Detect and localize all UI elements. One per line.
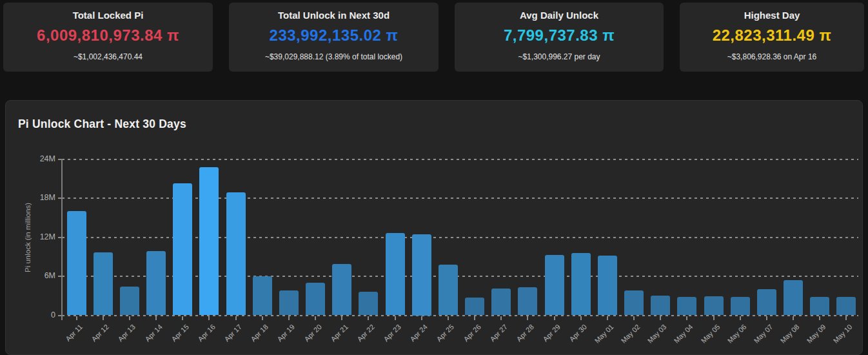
bar-apr-21[interactable]: [332, 264, 351, 315]
x-axis-label: May 05: [699, 323, 721, 345]
bar-apr-25[interactable]: [439, 265, 458, 315]
stat-card-subtitle: ~$1,300,996.27 per day: [455, 52, 664, 61]
y-axis-tick-label: 24M: [26, 154, 55, 163]
x-tick-mark: [633, 316, 635, 320]
x-axis-label: Apr 18: [250, 323, 270, 343]
stat-card-title: Total Unlock in Next 30d: [229, 10, 439, 21]
x-tick-mark: [421, 316, 422, 320]
bar-apr-20[interactable]: [306, 283, 325, 315]
x-tick-mark: [208, 316, 210, 320]
bar-may-05[interactable]: [704, 296, 724, 315]
bar-may-09[interactable]: [810, 297, 829, 315]
stat-card-subtitle: ~$1,002,436,470.44: [3, 52, 213, 61]
x-axis-label: Apr 19: [276, 323, 296, 343]
stat-card-highest-day: Highest Day 22,823,311.49 π ~$3,806,928.…: [680, 3, 864, 72]
y-axis-tick-label: 0: [26, 310, 55, 320]
x-tick-mark: [607, 316, 608, 320]
bar-apr-30[interactable]: [571, 253, 591, 316]
x-tick-mark: [103, 316, 104, 320]
y-axis-line: [61, 159, 63, 320]
gridline-24M: [62, 159, 858, 160]
x-tick-mark: [155, 316, 157, 320]
x-axis-label: Apr 23: [382, 323, 402, 343]
x-tick-mark: [686, 316, 687, 320]
x-tick-mark: [554, 316, 555, 320]
x-axis-label: Apr 21: [329, 323, 349, 343]
bar-apr-19[interactable]: [279, 290, 299, 315]
x-tick-mark: [315, 316, 316, 320]
stat-card-total-unlock-30d: Total Unlock in Next 30d 233,992,135.02 …: [229, 3, 439, 72]
bar-may-04[interactable]: [677, 297, 696, 315]
x-axis-label: Apr 14: [143, 323, 163, 343]
x-tick-mark: [235, 316, 237, 320]
x-tick-mark: [76, 316, 77, 320]
stat-card-subtitle: ~$3,806,928.36 on Apr 16: [680, 52, 864, 61]
y-axis-tick-label: 18M: [26, 193, 55, 202]
x-axis-label: May 07: [752, 323, 774, 345]
x-tick-mark: [500, 316, 502, 320]
chart-panel: Pi Unlock Chart - Next 30 Days 24M18M12M…: [5, 100, 863, 355]
bar-apr-28[interactable]: [518, 287, 537, 315]
x-tick-mark: [448, 316, 449, 320]
stat-card-avg-daily-unlock: Avg Daily Unlock 7,799,737.83 π ~$1,300,…: [455, 3, 664, 72]
stat-card-value: 22,823,311.49 π: [680, 26, 864, 45]
x-tick-mark: [129, 316, 130, 320]
x-tick-mark: [262, 316, 263, 320]
bar-chart: 24M18M12M6M0Pi unlock (in millions)Apr 1…: [6, 101, 862, 354]
x-axis-label: May 08: [779, 323, 801, 345]
x-axis-label: Apr 11: [64, 323, 84, 343]
x-axis-label: Apr 29: [542, 323, 562, 343]
x-tick-mark: [793, 316, 794, 320]
stat-card-title: Highest Day: [680, 10, 864, 21]
bar-apr-11[interactable]: [67, 211, 86, 316]
bar-may-02[interactable]: [624, 290, 644, 315]
x-tick-mark: [845, 316, 847, 320]
x-axis-label: Apr 12: [90, 323, 110, 343]
bar-apr-16[interactable]: [199, 167, 219, 315]
x-axis-label: Apr 15: [170, 323, 190, 343]
x-axis-label: May 01: [593, 323, 615, 345]
stat-card-title: Avg Daily Unlock: [455, 10, 664, 21]
x-axis-label: Apr 30: [568, 323, 588, 343]
x-tick-mark: [395, 316, 396, 320]
bar-may-01[interactable]: [598, 256, 617, 316]
stat-card-value: 6,009,810,973.84 π: [3, 26, 213, 45]
x-axis-label: May 10: [832, 323, 854, 345]
bar-apr-15[interactable]: [173, 183, 192, 315]
bar-apr-12[interactable]: [94, 252, 113, 316]
x-axis-label: Apr 24: [409, 323, 429, 343]
bar-may-07[interactable]: [757, 289, 776, 315]
x-tick-mark: [713, 316, 715, 320]
stat-card-subtitle: ~$39,029,888.12 (3.89% of total locked): [229, 52, 439, 61]
bar-apr-23[interactable]: [386, 233, 405, 316]
x-axis-label: Apr 25: [435, 323, 455, 343]
bar-apr-17[interactable]: [226, 192, 246, 315]
bar-may-03[interactable]: [651, 296, 670, 315]
y-axis-title: Pi unlock (in millions): [24, 203, 32, 272]
x-axis-label: May 02: [620, 323, 642, 345]
x-axis-label: May 03: [646, 323, 668, 345]
x-tick-mark: [341, 316, 342, 320]
bar-apr-27[interactable]: [491, 289, 511, 315]
bar-apr-29[interactable]: [545, 255, 564, 316]
x-tick-mark: [660, 316, 661, 320]
x-tick-mark: [368, 316, 369, 320]
bar-apr-22[interactable]: [359, 292, 378, 315]
x-axis-label: Apr 26: [462, 323, 482, 343]
bar-may-10[interactable]: [836, 297, 856, 315]
x-axis-label: May 09: [805, 323, 827, 345]
stat-card-value: 233,992,135.02 π: [229, 26, 439, 45]
x-tick-mark: [288, 316, 290, 320]
bar-apr-26[interactable]: [465, 298, 484, 315]
x-tick-mark: [580, 316, 582, 320]
bar-apr-18[interactable]: [253, 276, 272, 315]
x-axis-label: Apr 13: [117, 323, 137, 343]
bar-apr-14[interactable]: [146, 251, 166, 316]
x-axis-label: May 06: [725, 323, 747, 345]
bar-may-06[interactable]: [731, 297, 750, 315]
x-axis-label: Apr 27: [488, 323, 508, 343]
x-tick-mark: [527, 316, 528, 320]
bar-apr-13[interactable]: [120, 287, 139, 315]
bar-may-08[interactable]: [784, 280, 803, 315]
bar-apr-24[interactable]: [412, 234, 431, 316]
